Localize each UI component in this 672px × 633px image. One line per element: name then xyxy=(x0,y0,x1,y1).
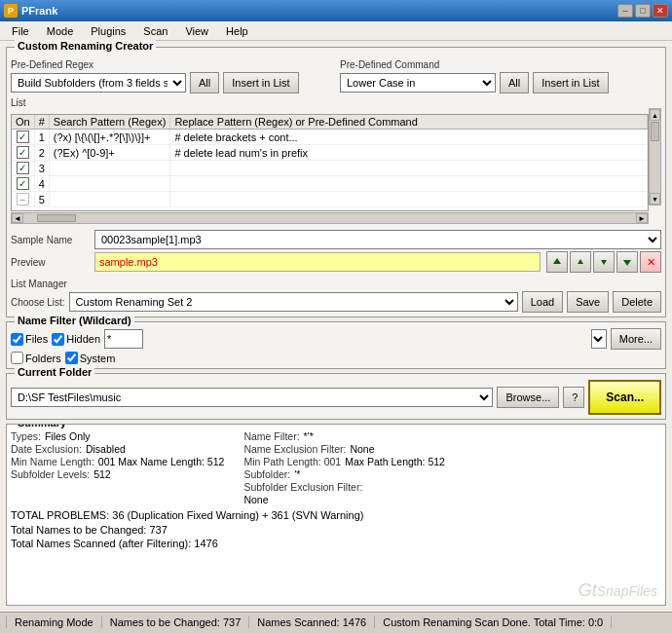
choose-list-label: Choose List: xyxy=(11,297,65,308)
system-label: System xyxy=(80,353,116,364)
main-content: Custom Renaming Creator Pre-Defined Rege… xyxy=(0,41,672,612)
summary-right: Name Filter:*'* Name Exclusion Filter:No… xyxy=(243,430,445,506)
wildcard-dropdown[interactable] xyxy=(591,329,607,349)
row3-replace xyxy=(170,161,648,176)
menu-plugins[interactable]: Plugins xyxy=(83,23,133,39)
predefined-regex-all-btn[interactable]: All xyxy=(190,72,219,93)
predefined-regex-insert-btn[interactable]: Insert in List xyxy=(223,72,298,93)
predefined-command-insert-btn[interactable]: Insert in List xyxy=(533,72,608,93)
h-scroll-thumb[interactable] xyxy=(37,214,76,222)
nav-up-btn[interactable] xyxy=(570,251,591,273)
delete-button[interactable]: Delete xyxy=(613,291,661,313)
status-scan-done: Custom Renaming Scan Done. Total Time: 0… xyxy=(375,616,612,628)
preview-value: sample.mp3 xyxy=(99,256,158,268)
system-checkbox-label[interactable]: System xyxy=(65,352,116,364)
summary-content: Types:Files Only Date Exclusion:Disabled… xyxy=(7,425,665,605)
predefined-command-label: Pre-Defined Command xyxy=(340,59,661,70)
predefined-regex-label: Pre-Defined Regex xyxy=(11,59,332,70)
row2-num: 2 xyxy=(34,145,49,161)
row2-checkbox[interactable]: ✓ xyxy=(17,146,29,159)
predefined-command-all-btn[interactable]: All xyxy=(500,72,529,93)
row4-num: 4 xyxy=(34,176,49,192)
row1-checkbox[interactable]: ✓ xyxy=(17,130,29,143)
menu-help[interactable]: Help xyxy=(218,23,256,39)
svg-marker-2 xyxy=(601,260,607,265)
table-row[interactable]: – 5 xyxy=(12,192,648,207)
menu-scan[interactable]: Scan xyxy=(135,23,175,39)
table-row[interactable]: ✓ 3 xyxy=(12,161,648,176)
status-bar: Renaming Mode Names to be Changed: 737 N… xyxy=(0,612,672,631)
nav-up-top-btn[interactable] xyxy=(546,251,568,273)
summary-left: Types:Files Only Date Exclusion:Disabled… xyxy=(11,430,224,506)
scan-button[interactable]: Scan... xyxy=(588,380,661,415)
total-problems: TOTAL PROBLEMS: 36 (Duplication Fixed Wa… xyxy=(11,509,661,521)
horizontal-scrollbar[interactable]: ◄ ► xyxy=(11,212,649,224)
nav-buttons: ✕ xyxy=(546,251,661,273)
svg-marker-1 xyxy=(578,259,583,264)
maximize-button[interactable]: □ xyxy=(635,4,651,18)
predefined-command-select[interactable]: Lower Case in xyxy=(340,73,496,93)
nav-down-bottom-btn[interactable] xyxy=(616,251,638,273)
folders-checkbox-label[interactable]: Folders xyxy=(11,352,61,364)
window-title: PFrank xyxy=(21,5,57,17)
custom-renaming-section: Custom Renaming Creator Pre-Defined Rege… xyxy=(6,47,666,317)
app-icon: P xyxy=(4,4,18,18)
minimize-button[interactable]: – xyxy=(617,4,633,18)
menu-bar: File Mode Plugins Scan View Help xyxy=(0,21,672,41)
table-row[interactable]: ✓ 2 (?Ex) ^[0-9]+ # delete lead num's in… xyxy=(12,145,648,161)
summary-section: Summary Types:Files Only Date Exclusion:… xyxy=(6,424,666,606)
more-button[interactable]: More... xyxy=(611,328,661,350)
table-row[interactable]: ✓ 1 (?x) [\{\(\[]+.*?[\]\)\}]+ # delete … xyxy=(12,130,648,145)
sample-name-label: Sample Name xyxy=(11,235,89,245)
menu-file[interactable]: File xyxy=(4,23,37,39)
total-names-scanned: Total Names Scanned (after Filtering): 1… xyxy=(11,538,661,549)
scroll-thumb[interactable] xyxy=(651,122,659,141)
help-button[interactable]: ? xyxy=(563,387,584,408)
browse-button[interactable]: Browse... xyxy=(497,387,559,408)
files-label: Files xyxy=(25,333,48,345)
close-button[interactable]: ✕ xyxy=(653,4,668,18)
current-folder-label: Current Folder xyxy=(15,366,94,378)
row2-search: (?Ex) ^[0-9]+ xyxy=(49,145,170,161)
nav-down-btn[interactable] xyxy=(593,251,615,273)
table-row[interactable]: ✓ 4 xyxy=(12,176,648,192)
folders-label: Folders xyxy=(25,353,61,364)
row5-num: 5 xyxy=(34,192,49,207)
row3-num: 3 xyxy=(34,161,49,176)
menu-mode[interactable]: Mode xyxy=(39,23,82,39)
hidden-checkbox-label[interactable]: Hidden xyxy=(52,333,100,346)
total-names-changed: Total Names to be Changed: 737 xyxy=(11,524,661,536)
system-checkbox[interactable] xyxy=(65,352,78,364)
col-replace: Replace Pattern (Regex) or Pre-Defined C… xyxy=(170,115,648,130)
row5-checkbox[interactable]: – xyxy=(17,193,29,205)
row1-replace: # delete brackets + cont... xyxy=(170,130,648,145)
list-scrollbar[interactable]: ▲ ▼ xyxy=(649,108,661,205)
wildcard-input[interactable] xyxy=(104,329,143,349)
scroll-up-arrow[interactable]: ▲ xyxy=(650,109,660,121)
choose-list-select[interactable]: Custom Renaming Set 2 xyxy=(69,292,518,312)
menu-view[interactable]: View xyxy=(177,23,216,39)
row3-checkbox[interactable]: ✓ xyxy=(17,162,29,174)
folders-checkbox[interactable] xyxy=(11,352,23,364)
current-folder-section: Current Folder D:\SF TestFiles\music Bro… xyxy=(6,373,666,420)
files-checkbox[interactable] xyxy=(11,333,23,346)
status-renaming-mode: Renaming Mode xyxy=(6,616,102,628)
list-label: List xyxy=(11,97,661,108)
svg-marker-3 xyxy=(623,260,631,266)
row4-checkbox[interactable]: ✓ xyxy=(17,177,29,190)
scroll-down-arrow[interactable]: ▼ xyxy=(650,193,660,205)
list-manager-label: List Manager xyxy=(11,279,67,289)
hidden-checkbox[interactable] xyxy=(52,333,64,346)
row1-num: 1 xyxy=(34,130,49,145)
list-table: On # Search Pattern (Regex) Replace Patt… xyxy=(12,115,648,207)
list-table-container[interactable]: On # Search Pattern (Regex) Replace Patt… xyxy=(11,114,649,211)
predefined-regex-select[interactable]: Build Subfolders (from 3 fields s ▼ xyxy=(11,73,186,93)
sample-name-select[interactable]: 00023sample[1].mp3 xyxy=(94,230,661,249)
load-button[interactable]: Load xyxy=(522,291,563,313)
files-checkbox-label[interactable]: Files xyxy=(11,333,48,346)
preview-box: sample.mp3 xyxy=(94,252,541,272)
folder-path-select[interactable]: D:\SF TestFiles\music xyxy=(11,388,493,407)
save-button[interactable]: Save xyxy=(567,291,609,313)
nav-delete-btn[interactable]: ✕ xyxy=(640,251,661,273)
col-on: On xyxy=(12,115,34,130)
